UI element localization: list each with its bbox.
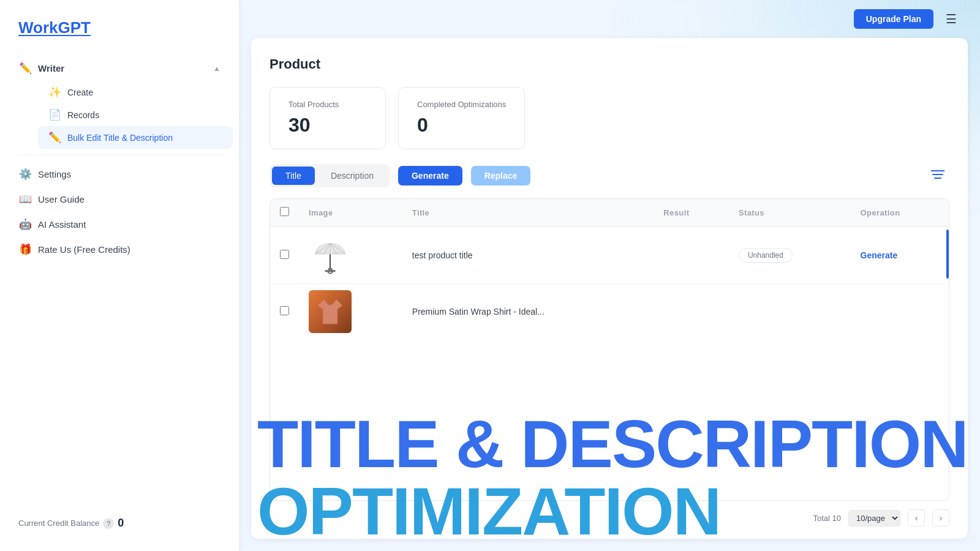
- generate-button[interactable]: Generate: [398, 166, 462, 186]
- row2-image-cell: [299, 284, 402, 340]
- row1-result: [654, 227, 729, 284]
- sidebar-item-settings[interactable]: ⚙️ Settings: [6, 162, 233, 187]
- credit-balance-label: Current Credit Balance: [18, 519, 99, 528]
- row1-operation-cell: Generate: [851, 227, 949, 284]
- sidebar-item-settings-label: Settings: [38, 169, 71, 179]
- sidebar-item-bulk-edit-label: Bulk Edit Title & Description: [67, 133, 173, 143]
- shirt-image: [309, 290, 352, 333]
- menu-toggle-button[interactable]: ☰: [941, 9, 962, 29]
- nav-section-writer: ✏️ Writer ▲ ✨ Create 📄 Records ✏️ Bulk E…: [0, 56, 239, 149]
- product-table: Image Title Result Status Operation: [270, 199, 949, 339]
- shirt-svg: [312, 293, 349, 330]
- sidebar-item-writer[interactable]: ✏️ Writer ▲: [6, 56, 233, 81]
- row1-checkbox[interactable]: [280, 250, 289, 259]
- row2-checkbox[interactable]: [280, 306, 289, 315]
- stat-completed-optimizations-value: 0: [417, 114, 506, 137]
- page-title: Product: [270, 56, 949, 72]
- row2-result: [654, 284, 729, 340]
- sidebar-item-ai-assistant-label: AI Assistant: [38, 219, 86, 230]
- records-icon: 📄: [48, 108, 61, 121]
- sidebar-item-user-guide-label: User Guide: [38, 194, 85, 204]
- sidebar-item-create[interactable]: ✨ Create: [38, 81, 233, 103]
- table-row: Premium Satin Wrap Shirt - Ideal...: [270, 284, 949, 340]
- sidebar-item-records[interactable]: 📄 Records: [38, 103, 233, 126]
- ai-assistant-icon: 🤖: [18, 218, 32, 231]
- nav-divider-1: [12, 155, 227, 156]
- svg-rect-10: [325, 270, 336, 272]
- credit-amount: 0: [118, 517, 124, 530]
- sidebar-item-rate-us-label: Rate Us (Free Credits): [38, 244, 130, 255]
- row2-title: Premium Satin Wrap Shirt - Ideal...: [402, 284, 654, 340]
- page-size-select[interactable]: 10/page 20/page 50/page: [848, 510, 900, 527]
- sidebar-item-bulk-edit[interactable]: ✏️ Bulk Edit Title & Description: [38, 126, 233, 149]
- scrollbar-indicator: [946, 230, 949, 279]
- stat-card-completed-optimizations: Completed Optimizations 0: [398, 87, 525, 149]
- stat-completed-optimizations-label: Completed Optimizations: [417, 100, 506, 109]
- row2-checkbox-cell: [270, 284, 299, 340]
- create-icon: ✨: [48, 86, 61, 99]
- credit-balance-area: Current Credit Balance ? 0: [0, 508, 239, 539]
- stats-row: Total Products 30 Completed Optimization…: [270, 87, 949, 149]
- table-header-row: Image Title Result Status Operation: [270, 199, 949, 227]
- sidebar: WorkGPT ✏️ Writer ▲ ✨ Create 📄 Records: [0, 0, 239, 551]
- table-row: test product title Unhandled Generate: [270, 227, 949, 284]
- umbrella-image: [309, 233, 352, 276]
- row1-status-cell: Unhandled: [729, 227, 851, 284]
- col-operation: Operation: [851, 199, 949, 227]
- credit-help-icon[interactable]: ?: [103, 518, 114, 529]
- row2-operation-cell: [851, 284, 949, 340]
- stat-total-products-label: Total Products: [288, 100, 367, 109]
- svg-rect-9: [328, 268, 333, 271]
- tab-action-row: Title Description Generate Replace: [270, 164, 949, 187]
- product-table-container: Image Title Result Status Operation: [270, 198, 949, 501]
- topbar: Upgrade Plan ☰: [239, 0, 980, 38]
- settings-icon: ⚙️: [18, 168, 32, 181]
- pagination-row: Total 10 10/page 20/page 50/page ‹ ›: [270, 501, 949, 527]
- row1-checkbox-cell: [270, 227, 299, 284]
- filter-icon: [931, 169, 944, 180]
- tab-title[interactable]: Title: [272, 167, 315, 185]
- col-title: Title: [402, 199, 654, 227]
- row2-status-cell: [729, 284, 851, 340]
- sidebar-item-writer-label: Writer: [38, 63, 64, 73]
- row1-title: test product title: [402, 227, 654, 284]
- chevron-up-icon: ▲: [213, 64, 221, 73]
- tab-description[interactable]: Description: [317, 167, 387, 185]
- app-logo[interactable]: WorkGPT: [18, 18, 91, 37]
- stat-total-products-value: 30: [288, 114, 367, 137]
- logo-area: WorkGPT: [0, 18, 239, 56]
- nav-section-settings: ⚙️ Settings 📖 User Guide 🤖 AI Assistant …: [0, 162, 239, 262]
- writer-icon: ✏️: [18, 62, 32, 75]
- user-guide-icon: 📖: [18, 193, 32, 206]
- main-area: Upgrade Plan ☰ Product Total Products 30…: [239, 0, 980, 551]
- prev-page-button[interactable]: ‹: [908, 509, 925, 527]
- col-checkbox: [270, 199, 299, 227]
- filter-icon-button[interactable]: [926, 165, 949, 187]
- writer-submenu: ✨ Create 📄 Records ✏️ Bulk Edit Title & …: [6, 81, 233, 149]
- tab-group: Title Description: [270, 164, 390, 187]
- row1-generate-button[interactable]: Generate: [861, 250, 898, 260]
- rate-us-icon: 🎁: [18, 243, 32, 256]
- sidebar-item-records-label: Records: [67, 110, 99, 120]
- row1-status-badge: Unhandled: [739, 248, 793, 263]
- pagination-total: Total 10: [813, 514, 841, 523]
- col-status: Status: [729, 199, 851, 227]
- next-page-button[interactable]: ›: [932, 509, 949, 527]
- bulk-edit-icon: ✏️: [48, 131, 61, 144]
- sidebar-item-create-label: Create: [67, 88, 93, 97]
- replace-button[interactable]: Replace: [471, 166, 531, 186]
- sidebar-item-ai-assistant[interactable]: 🤖 AI Assistant: [6, 212, 233, 237]
- select-all-checkbox[interactable]: [280, 207, 289, 216]
- sidebar-item-user-guide[interactable]: 📖 User Guide: [6, 187, 233, 212]
- col-image: Image: [299, 199, 402, 227]
- stat-card-total-products: Total Products 30: [270, 87, 386, 149]
- sidebar-item-rate-us[interactable]: 🎁 Rate Us (Free Credits): [6, 237, 233, 262]
- content-area: Product Total Products 30 Completed Opti…: [251, 38, 968, 539]
- row1-image-cell: [299, 227, 402, 284]
- upgrade-plan-button[interactable]: Upgrade Plan: [854, 9, 933, 29]
- col-result: Result: [654, 199, 729, 227]
- sidebar-nav: ✏️ Writer ▲ ✨ Create 📄 Records ✏️ Bulk E…: [0, 56, 239, 508]
